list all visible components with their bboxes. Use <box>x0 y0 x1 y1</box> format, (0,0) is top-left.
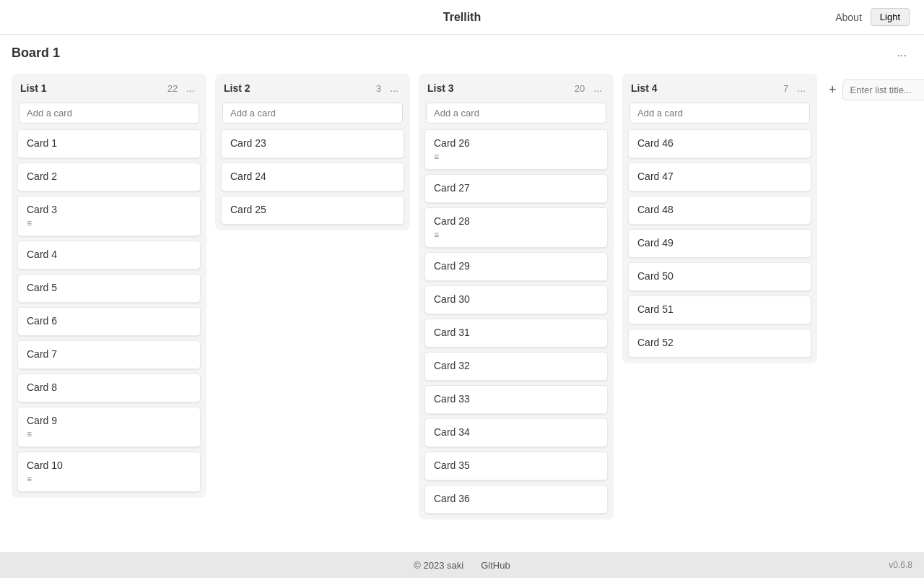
card-card49[interactable]: Card 49 <box>628 229 811 258</box>
list-add-area-list2 <box>215 100 410 129</box>
card-card29[interactable]: Card 29 <box>424 252 608 281</box>
card-title-card29: Card 29 <box>434 260 598 272</box>
card-title-card9: Card 9 <box>27 415 191 426</box>
card-title-card50: Card 50 <box>637 270 802 282</box>
list-add-area-list1 <box>12 100 206 129</box>
card-card28[interactable]: Card 28≡ <box>424 207 608 248</box>
card-card8[interactable]: Card 8 <box>17 374 201 402</box>
card-card6[interactable]: Card 6 <box>17 307 201 336</box>
list-count-list3: 20 <box>575 83 585 94</box>
list-header-list4: List 47... <box>622 74 817 100</box>
card-card5[interactable]: Card 5 <box>17 274 201 303</box>
list-add-input-list3[interactable] <box>426 103 606 124</box>
card-title-card8: Card 8 <box>27 381 191 393</box>
board-more-button[interactable]: ... <box>892 43 912 62</box>
list-title-list3: List 3 <box>427 82 454 94</box>
list-cards-list3: Card 26≡Card 27Card 28≡Card 29Card 30Car… <box>419 129 614 519</box>
list-add-input-list4[interactable] <box>629 103 810 124</box>
board-title: Board 1 <box>12 46 60 61</box>
list-add-input-list2[interactable] <box>222 103 403 124</box>
card-title-card10: Card 10 <box>27 460 191 471</box>
card-title-card3: Card 3 <box>27 204 191 215</box>
list-add-input-list1[interactable] <box>19 103 199 124</box>
list-header-list2: List 23... <box>215 74 410 100</box>
card-title-card24: Card 24 <box>230 171 395 182</box>
list-header-list1: List 122... <box>12 74 206 100</box>
list-cards-list2: Card 23Card 24Card 25 <box>215 129 410 230</box>
card-title-card27: Card 27 <box>434 182 598 194</box>
card-card35[interactable]: Card 35 <box>424 452 608 480</box>
footer-copyright: © 2023 saki <box>414 560 463 571</box>
light-mode-button[interactable]: Light <box>871 8 910 26</box>
list-list3: List 320...Card 26≡Card 27Card 28≡Card 2… <box>419 74 614 519</box>
list-title-list2: List 2 <box>224 82 250 94</box>
card-card10[interactable]: Card 10≡ <box>17 452 201 492</box>
card-card2[interactable]: Card 2 <box>17 163 201 191</box>
list-more-button-list2[interactable]: ... <box>387 81 401 95</box>
card-desc-icon-card28: ≡ <box>434 230 598 240</box>
card-title-card46: Card 46 <box>637 137 802 149</box>
card-title-card35: Card 35 <box>434 460 598 471</box>
card-desc-icon-card3: ≡ <box>27 218 191 228</box>
card-card51[interactable]: Card 51 <box>628 296 811 324</box>
card-card27[interactable]: Card 27 <box>424 174 608 203</box>
about-link[interactable]: About <box>835 12 862 23</box>
card-card48[interactable]: Card 48 <box>628 196 811 225</box>
list-more-button-list4[interactable]: ... <box>794 81 808 95</box>
card-title-card1: Card 1 <box>27 137 191 149</box>
app-header: Trellith About Light <box>0 0 924 35</box>
add-list-icon[interactable]: + <box>829 80 837 100</box>
card-title-card30: Card 30 <box>434 293 598 305</box>
list-more-button-list1[interactable]: ... <box>183 81 198 95</box>
card-title-card5: Card 5 <box>27 282 191 293</box>
card-desc-icon-card26: ≡ <box>434 152 598 162</box>
card-title-card47: Card 47 <box>637 171 802 182</box>
list-header-list3: List 320... <box>419 74 614 100</box>
github-link[interactable]: GitHub <box>481 560 510 571</box>
card-card3[interactable]: Card 3≡ <box>17 196 201 236</box>
list-title-list1: List 1 <box>20 82 47 94</box>
card-card31[interactable]: Card 31 <box>424 319 608 348</box>
add-list-area: + <box>826 74 924 106</box>
card-title-card25: Card 25 <box>230 204 395 215</box>
list-list1: List 122...Card 1Card 2Card 3≡Card 4Card… <box>12 74 206 498</box>
card-title-card7: Card 7 <box>27 348 191 360</box>
card-title-card48: Card 48 <box>637 204 802 215</box>
card-card24[interactable]: Card 24 <box>221 163 404 191</box>
card-title-card36: Card 36 <box>434 493 598 504</box>
card-title-card31: Card 31 <box>434 327 598 338</box>
card-title-card4: Card 4 <box>27 249 191 260</box>
card-card23[interactable]: Card 23 <box>221 129 404 158</box>
app-footer: © 2023 saki GitHub v0.6.8 <box>0 552 924 578</box>
board-header: Board 1 ... <box>0 35 924 68</box>
card-card46[interactable]: Card 46 <box>628 129 811 158</box>
card-card33[interactable]: Card 33 <box>424 385 608 414</box>
card-card47[interactable]: Card 47 <box>628 163 811 191</box>
card-title-card33: Card 33 <box>434 393 598 405</box>
card-title-card23: Card 23 <box>230 137 395 149</box>
card-card50[interactable]: Card 50 <box>628 262 811 291</box>
app-title: Trellith <box>443 11 481 24</box>
list-count-list2: 3 <box>376 83 381 94</box>
card-card7[interactable]: Card 7 <box>17 340 201 369</box>
card-card4[interactable]: Card 4 <box>17 241 201 269</box>
card-title-card32: Card 32 <box>434 360 598 371</box>
card-card36[interactable]: Card 36 <box>424 485 608 514</box>
card-card52[interactable]: Card 52 <box>628 329 811 358</box>
card-title-card51: Card 51 <box>637 303 802 315</box>
card-desc-icon-card10: ≡ <box>27 474 191 484</box>
card-card26[interactable]: Card 26≡ <box>424 129 608 170</box>
card-card9[interactable]: Card 9≡ <box>17 407 201 447</box>
card-card30[interactable]: Card 30 <box>424 285 608 314</box>
list-add-area-list4 <box>622 100 817 129</box>
version-label: v0.6.8 <box>889 560 912 570</box>
card-card32[interactable]: Card 32 <box>424 352 608 381</box>
card-card25[interactable]: Card 25 <box>221 196 404 225</box>
card-title-card2: Card 2 <box>27 171 191 182</box>
list-count-list1: 22 <box>167 83 178 94</box>
list-cards-list4: Card 46Card 47Card 48Card 49Card 50Card … <box>622 129 817 363</box>
list-more-button-list3[interactable]: ... <box>590 81 605 95</box>
card-card1[interactable]: Card 1 <box>17 129 201 158</box>
card-card34[interactable]: Card 34 <box>424 418 608 447</box>
add-list-input[interactable] <box>842 79 924 100</box>
